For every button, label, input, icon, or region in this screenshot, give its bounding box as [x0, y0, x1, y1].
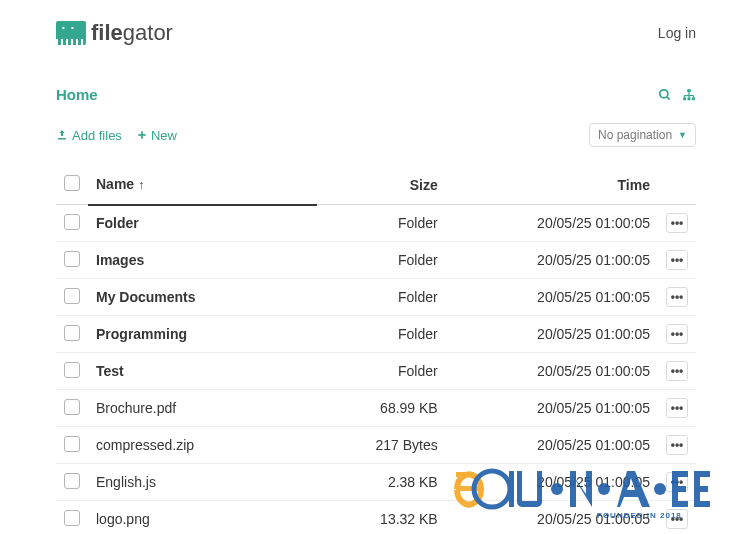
table-row[interactable]: compressed.zip217 Bytes20/05/25 01:00:05… — [56, 427, 696, 464]
row-checkbox[interactable] — [64, 436, 80, 452]
table-row[interactable]: FolderFolder20/05/25 01:00:05••• — [56, 205, 696, 242]
table-row[interactable]: ImagesFolder20/05/25 01:00:05••• — [56, 242, 696, 279]
file-name[interactable]: compressed.zip — [88, 427, 317, 464]
file-size: Folder — [317, 205, 446, 242]
file-name[interactable]: Programming — [88, 316, 317, 353]
file-size: Folder — [317, 242, 446, 279]
row-checkbox[interactable] — [64, 251, 80, 267]
chevron-down-icon: ▼ — [678, 130, 687, 140]
svg-line-1 — [667, 96, 670, 99]
file-size: 2.38 KB — [317, 464, 446, 501]
file-size: Folder — [317, 279, 446, 316]
plus-icon — [137, 130, 147, 140]
file-size: 68.99 KB — [317, 390, 446, 427]
logo[interactable]: filegator — [56, 20, 173, 46]
upload-icon — [56, 129, 68, 141]
file-time: 20/05/25 01:00:05 — [446, 353, 658, 390]
file-time: 20/05/25 01:00:05 — [446, 501, 658, 535]
file-name[interactable]: English.js — [88, 464, 317, 501]
file-time: 20/05/25 01:00:05 — [446, 205, 658, 242]
more-button[interactable]: ••• — [666, 435, 688, 455]
header: filegator Log in — [56, 20, 696, 46]
more-button[interactable]: ••• — [666, 250, 688, 270]
table-row[interactable]: logo.png13.32 KB20/05/25 01:00:05••• — [56, 501, 696, 535]
sort-ascending-icon: ↑ — [138, 178, 144, 192]
select-all-checkbox[interactable] — [64, 175, 80, 191]
file-table: Name↑ Size Time FolderFolder20/05/25 01:… — [56, 165, 696, 534]
more-button[interactable]: ••• — [666, 287, 688, 307]
table-row[interactable]: Brochure.pdf68.99 KB20/05/25 01:00:05••• — [56, 390, 696, 427]
sitemap-icon[interactable] — [682, 88, 696, 102]
more-button[interactable]: ••• — [666, 361, 688, 381]
search-icon[interactable] — [658, 88, 672, 102]
file-time: 20/05/25 01:00:05 — [446, 242, 658, 279]
new-button[interactable]: New — [137, 128, 177, 143]
table-row[interactable]: ProgrammingFolder20/05/25 01:00:05••• — [56, 316, 696, 353]
row-checkbox[interactable] — [64, 214, 80, 230]
svg-rect-2 — [687, 89, 691, 92]
file-time: 20/05/25 01:00:05 — [446, 316, 658, 353]
file-name[interactable]: Images — [88, 242, 317, 279]
file-size: 13.32 KB — [317, 501, 446, 535]
table-row[interactable]: English.js2.38 KB20/05/25 01:00:05••• — [56, 464, 696, 501]
row-checkbox[interactable] — [64, 288, 80, 304]
svg-rect-5 — [692, 97, 695, 100]
file-name[interactable]: Test — [88, 353, 317, 390]
row-checkbox[interactable] — [64, 325, 80, 341]
more-button[interactable]: ••• — [666, 509, 688, 529]
breadcrumb-home[interactable]: Home — [56, 86, 98, 103]
svg-rect-4 — [688, 97, 691, 100]
more-button[interactable]: ••• — [666, 324, 688, 344]
logo-text: filegator — [91, 20, 173, 46]
file-time: 20/05/25 01:00:05 — [446, 279, 658, 316]
file-time: 20/05/25 01:00:05 — [446, 390, 658, 427]
more-button[interactable]: ••• — [666, 472, 688, 492]
add-files-button[interactable]: Add files — [56, 128, 122, 143]
more-button[interactable]: ••• — [666, 213, 688, 233]
row-checkbox[interactable] — [64, 362, 80, 378]
row-checkbox[interactable] — [64, 473, 80, 489]
column-header-size[interactable]: Size — [317, 165, 446, 205]
file-size: Folder — [317, 353, 446, 390]
table-row[interactable]: TestFolder20/05/25 01:00:05••• — [56, 353, 696, 390]
column-header-name[interactable]: Name↑ — [88, 165, 317, 205]
svg-point-0 — [660, 89, 668, 97]
file-size: Folder — [317, 316, 446, 353]
file-name[interactable]: My Documents — [88, 279, 317, 316]
file-name[interactable]: logo.png — [88, 501, 317, 535]
table-row[interactable]: My DocumentsFolder20/05/25 01:00:05••• — [56, 279, 696, 316]
file-name[interactable]: Brochure.pdf — [88, 390, 317, 427]
more-button[interactable]: ••• — [666, 398, 688, 418]
file-time: 20/05/25 01:00:05 — [446, 427, 658, 464]
file-size: 217 Bytes — [317, 427, 446, 464]
svg-rect-3 — [683, 97, 686, 100]
logo-icon — [56, 21, 86, 45]
row-checkbox[interactable] — [64, 399, 80, 415]
file-time: 20/05/25 01:00:05 — [446, 464, 658, 501]
pagination-select[interactable]: No pagination ▼ — [589, 123, 696, 147]
svg-rect-10 — [58, 138, 66, 140]
column-header-time[interactable]: Time — [446, 165, 658, 205]
login-link[interactable]: Log in — [658, 25, 696, 41]
file-name[interactable]: Folder — [88, 205, 317, 242]
row-checkbox[interactable] — [64, 510, 80, 526]
